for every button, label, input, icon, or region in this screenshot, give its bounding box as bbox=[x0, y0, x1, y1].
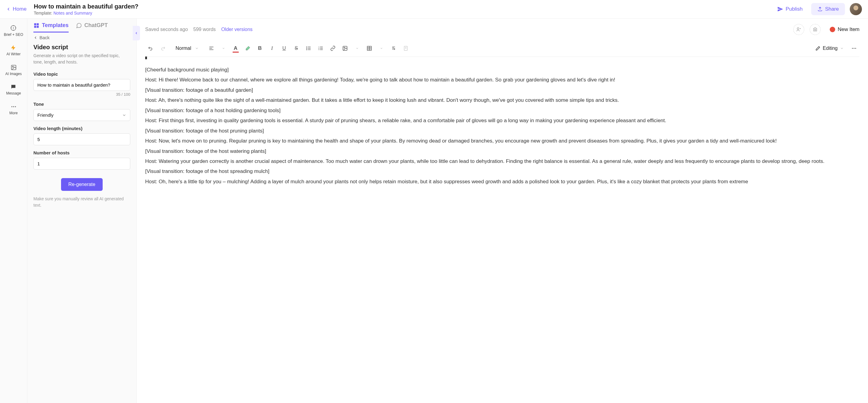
clear-format-button[interactable] bbox=[388, 43, 399, 54]
page-title: How to maintain a beautiful garden? bbox=[34, 3, 774, 10]
bold-button[interactable]: B bbox=[254, 43, 266, 54]
new-item-label: New Item bbox=[838, 26, 860, 32]
image-dropdown[interactable] bbox=[352, 43, 363, 54]
left-panel: Templates ChatGPT Back Video script Gene… bbox=[27, 19, 137, 403]
doc-paragraph[interactable]: Host: Hi there! Welcome back to our chan… bbox=[145, 75, 860, 85]
dots-icon bbox=[851, 46, 857, 51]
nav-brief-seo[interactable]: Brief + SEO bbox=[3, 23, 25, 38]
more-options-button[interactable] bbox=[848, 43, 860, 54]
editor-area: Saved seconds ago 599 words Older versio… bbox=[137, 19, 868, 403]
chat-icon bbox=[76, 23, 82, 29]
chevron-down-icon bbox=[355, 47, 359, 50]
template-link[interactable]: Notes and Summary bbox=[54, 11, 92, 16]
doc-paragraph[interactable]: [Cheerful background music playing] bbox=[145, 65, 860, 75]
numbered-list-button[interactable]: 123 bbox=[315, 43, 326, 54]
share-button[interactable]: Share bbox=[811, 3, 845, 15]
word-count: 599 words bbox=[193, 27, 216, 32]
align-button[interactable] bbox=[206, 43, 217, 54]
doc-paragraph[interactable]: [Visual transition: footage of the host … bbox=[145, 146, 860, 156]
redo-button[interactable] bbox=[157, 43, 168, 54]
bullet-list-button[interactable] bbox=[303, 43, 314, 54]
highlight-icon bbox=[245, 46, 251, 51]
svg-rect-9 bbox=[34, 26, 36, 28]
chevron-left-icon bbox=[33, 35, 38, 40]
text-style-select[interactable]: Normal bbox=[172, 44, 202, 53]
message-icon bbox=[10, 84, 17, 90]
hosts-input[interactable] bbox=[33, 158, 130, 170]
italic-button[interactable]: I bbox=[267, 43, 278, 54]
nav-message[interactable]: Message bbox=[5, 83, 22, 97]
doc-scroll[interactable]: [Cheerful background music playing] Host… bbox=[137, 57, 868, 403]
chevron-left-icon bbox=[6, 7, 11, 11]
svg-point-13 bbox=[306, 47, 307, 48]
collapse-handle[interactable] bbox=[133, 26, 140, 40]
font-color-button[interactable]: A bbox=[230, 43, 241, 54]
add-media-button[interactable] bbox=[810, 24, 820, 35]
link-icon bbox=[330, 46, 336, 51]
svg-text:3: 3 bbox=[318, 49, 319, 51]
target-icon bbox=[10, 25, 17, 31]
review-note: Make sure you manually review all AI gen… bbox=[33, 196, 130, 208]
notes-button[interactable] bbox=[400, 43, 411, 54]
svg-point-15 bbox=[306, 50, 307, 50]
doc-paragraph[interactable]: [Visual transition: footage of a host ho… bbox=[145, 106, 860, 115]
doc-paragraph[interactable]: Host: Oh, here's a little tip for you – … bbox=[145, 177, 860, 186]
highlight-button[interactable] bbox=[242, 43, 253, 54]
link-button[interactable] bbox=[328, 43, 338, 54]
publish-button[interactable]: Publish bbox=[774, 4, 806, 15]
doc-paragraph[interactable]: [Visual transition: footage of a beautif… bbox=[145, 85, 860, 95]
doc-content[interactable]: [Cheerful background music playing] Host… bbox=[145, 65, 860, 186]
back-link[interactable]: Back bbox=[27, 32, 136, 42]
editor-meta: Saved seconds ago 599 words Older versio… bbox=[137, 19, 868, 40]
doc-paragraph[interactable]: Host: First things first, investing in q… bbox=[145, 116, 860, 125]
editing-mode-select[interactable]: Editing bbox=[812, 44, 847, 53]
avatar[interactable] bbox=[850, 3, 862, 15]
nav-ai-images[interactable]: AI Images bbox=[4, 63, 23, 77]
user-plus-icon bbox=[796, 27, 802, 32]
tab-chatgpt[interactable]: ChatGPT bbox=[76, 22, 108, 32]
length-input[interactable] bbox=[33, 134, 130, 145]
table-dropdown[interactable] bbox=[376, 43, 387, 54]
undo-button[interactable] bbox=[145, 43, 156, 54]
panel-body: Video script Generate a video script on … bbox=[27, 42, 136, 214]
doc-paragraph[interactable]: Host: Now, let's move on to pruning. Reg… bbox=[145, 136, 860, 146]
doc-paragraph[interactable]: [Visual transition: footage of the host … bbox=[145, 167, 860, 176]
strikethrough-icon: S bbox=[294, 46, 298, 51]
nav-label: More bbox=[9, 111, 18, 115]
underline-button[interactable]: U bbox=[279, 43, 290, 54]
font-color-a-icon: A bbox=[234, 45, 237, 51]
topic-input[interactable] bbox=[33, 79, 130, 91]
older-versions-link[interactable]: Older versions bbox=[221, 27, 252, 32]
doc-paragraph[interactable]: [Visual transition: footage of the host … bbox=[145, 126, 860, 136]
align-dropdown[interactable] bbox=[218, 43, 229, 54]
table-icon bbox=[367, 46, 372, 51]
doc-paragraph[interactable]: Host: Watering your garden correctly is … bbox=[145, 156, 860, 166]
bolt-icon bbox=[10, 45, 17, 51]
title-block: How to maintain a beautiful garden? Temp… bbox=[34, 3, 774, 16]
note-icon bbox=[403, 46, 408, 51]
doc-ruler[interactable] bbox=[145, 57, 860, 60]
char-count: 35 / 100 bbox=[33, 92, 130, 97]
strikethrough-button[interactable]: S bbox=[291, 43, 302, 54]
nav-more[interactable]: More bbox=[8, 103, 19, 116]
home-link[interactable]: Home bbox=[6, 6, 26, 12]
style-value: Normal bbox=[176, 46, 191, 51]
nav-ai-writer[interactable]: AI Writer bbox=[5, 44, 22, 57]
share-label: Share bbox=[825, 6, 839, 12]
clear-format-icon bbox=[391, 46, 396, 51]
nav-label: AI Images bbox=[5, 72, 22, 76]
tone-select[interactable]: Friendly bbox=[33, 109, 130, 121]
doc-paragraph[interactable]: Host: Ah, there's nothing quite like the… bbox=[145, 95, 860, 105]
chevron-left-icon bbox=[134, 31, 138, 35]
new-item-button[interactable]: New Item bbox=[830, 26, 860, 32]
svg-point-23 bbox=[852, 48, 853, 49]
tab-templates[interactable]: Templates bbox=[33, 22, 69, 32]
add-user-button[interactable] bbox=[793, 24, 804, 35]
length-label: Video length (minutes) bbox=[33, 126, 130, 131]
regenerate-button[interactable]: Re-generate bbox=[61, 178, 103, 191]
image-button[interactable] bbox=[340, 43, 350, 54]
chevron-down-icon bbox=[380, 47, 383, 50]
svg-point-5 bbox=[13, 106, 14, 107]
table-button[interactable] bbox=[364, 43, 375, 54]
svg-point-24 bbox=[854, 48, 855, 49]
